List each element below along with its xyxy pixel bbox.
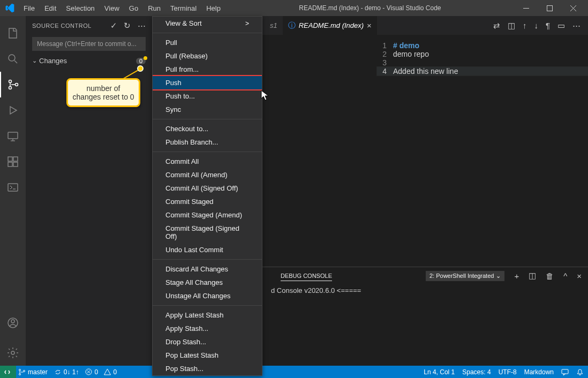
terminal-dropdown[interactable]: 2: PowerShell Integrated ⌄ — [426, 271, 504, 281]
menu-item-pop-latest-stash[interactable]: Pop Latest Stash — [153, 349, 262, 362]
menu-item-undo-last-commit[interactable]: Undo Last Commit — [153, 243, 262, 256]
menu-item-apply-latest-stash[interactable]: Apply Latest Stash — [153, 308, 262, 322]
minimize-button[interactable] — [515, 0, 537, 16]
indent-indicator[interactable]: Spaces: 4 — [462, 368, 491, 376]
remote-explorer-icon[interactable] — [0, 123, 26, 149]
menu-item-publish-branch[interactable]: Publish Branch... — [153, 135, 262, 149]
menu-edit[interactable]: Edit — [40, 2, 61, 14]
close-panel-icon[interactable]: × — [577, 271, 582, 281]
menu-item-unstage-all-changes[interactable]: Unstage All Changes — [153, 289, 262, 303]
problems-indicator[interactable]: 0 0 — [85, 368, 117, 376]
editor-line[interactable]: 3 — [377, 58, 588, 67]
menubar: File Edit Selection View Go Run Terminal… — [19, 2, 225, 14]
menu-item-push-to[interactable]: Push to... — [153, 89, 262, 103]
line-content: demo repo — [393, 50, 588, 58]
language-indicator[interactable]: Markdown — [524, 368, 554, 376]
editor-line[interactable]: 1# demo — [377, 41, 588, 50]
maximize-button[interactable] — [539, 0, 560, 16]
prev-change-icon[interactable]: ↑ — [523, 21, 527, 31]
split-terminal-icon[interactable]: ◫ — [529, 271, 536, 281]
editor-line[interactable]: 4Added this new line — [377, 67, 588, 75]
menu-view[interactable]: View — [100, 2, 124, 14]
feedback-icon[interactable] — [561, 368, 569, 376]
chevron-down-icon: ⌄ — [32, 57, 37, 64]
panel-tab-debug-console[interactable]: DEBUG CONSOLE — [281, 271, 332, 281]
menu-item-checkout-to[interactable]: Checkout to... — [153, 122, 262, 135]
menu-item-discard-all-changes[interactable]: Discard All Changes — [153, 262, 262, 276]
menu-item-stash[interactable]: Stash — [153, 375, 262, 376]
menu-item-sync[interactable]: Sync — [153, 103, 262, 116]
menu-item-commit-all-amend[interactable]: Commit All (Amend) — [153, 168, 262, 182]
editor-content[interactable]: 1# demo2demo repo34Added this new line — [377, 35, 588, 267]
extensions-icon[interactable] — [0, 149, 26, 175]
menu-item-view-sort[interactable]: View & Sort> — [153, 17, 262, 30]
maximize-panel-icon[interactable]: ^ — [563, 271, 567, 281]
menu-item-commit-all[interactable]: Commit All — [153, 155, 262, 168]
menu-run[interactable]: Run — [144, 2, 165, 14]
notifications-icon[interactable] — [576, 368, 584, 376]
commit-message-input[interactable]: Message (Ctrl+Enter to commit o... — [32, 37, 146, 51]
menu-item-pull[interactable]: Pull — [153, 36, 262, 49]
svg-rect-9 — [13, 162, 18, 167]
sidebar-title: SOURCE CONTROL — [32, 22, 110, 29]
cursor-position[interactable]: Ln 4, Col 1 — [424, 368, 455, 376]
next-change-icon[interactable]: ↓ — [534, 21, 538, 31]
menu-item-pull-rebase[interactable]: Pull (Rebase) — [153, 49, 262, 63]
source-control-icon[interactable] — [0, 72, 26, 97]
menu-file[interactable]: File — [19, 2, 39, 14]
branch-indicator[interactable]: master — [18, 368, 48, 376]
encoding-indicator[interactable]: UTF-8 — [499, 368, 517, 376]
line-content: Added this new line — [393, 67, 588, 75]
sync-indicator[interactable]: 0↓ 1↑ — [54, 368, 79, 376]
menu-go[interactable]: Go — [125, 2, 142, 14]
refresh-icon[interactable]: ↻ — [124, 21, 131, 31]
menu-terminal[interactable]: Terminal — [166, 2, 201, 14]
powershell-icon[interactable] — [0, 175, 26, 200]
menu-help[interactable]: Help — [202, 2, 225, 14]
window-title: README.md (Index) - demo - Visual Studio… — [225, 4, 515, 12]
open-changes-icon[interactable]: ⇄ — [493, 21, 500, 31]
run-debug-icon[interactable] — [0, 97, 26, 123]
svg-point-17 — [24, 370, 25, 372]
close-icon[interactable]: × — [367, 21, 372, 30]
layout-icon[interactable]: ▭ — [557, 21, 565, 31]
changes-section[interactable]: ⌄ Changes 0 — [26, 55, 152, 66]
menu-item-commit-staged-amend[interactable]: Commit Staged (Amend) — [153, 208, 262, 222]
svg-point-4 — [9, 87, 12, 89]
settings-gear-icon[interactable] — [0, 340, 26, 366]
remote-indicator[interactable] — [0, 366, 16, 378]
menu-item-stage-all-changes[interactable]: Stage All Changes — [153, 276, 262, 289]
tab-label: README.md (Index) — [299, 21, 364, 29]
new-terminal-icon[interactable]: + — [514, 271, 519, 281]
editor-more-icon[interactable]: ⋯ — [572, 21, 581, 31]
whitespace-icon[interactable]: ¶ — [546, 21, 550, 31]
close-button[interactable] — [562, 0, 584, 16]
menu-item-drop-stash[interactable]: Drop Stash... — [153, 335, 262, 349]
changes-count-badge: 0 — [136, 58, 146, 64]
svg-rect-10 — [13, 157, 18, 161]
svg-rect-0 — [523, 8, 529, 9]
line-number: 3 — [377, 58, 393, 67]
menu-item-pull-from[interactable]: Pull from... — [153, 63, 262, 76]
menu-selection[interactable]: Selection — [62, 2, 99, 14]
explorer-icon[interactable] — [0, 20, 26, 46]
split-editor-icon[interactable]: ◫ — [508, 21, 515, 31]
kill-terminal-icon[interactable]: 🗑 — [546, 271, 554, 281]
svg-point-15 — [19, 369, 21, 371]
menu-item-pop-stash[interactable]: Pop Stash... — [153, 362, 262, 375]
menu-item-push[interactable]: Push — [152, 75, 262, 90]
menu-item-commit-staged[interactable]: Commit Staged — [153, 195, 262, 208]
more-actions-icon[interactable]: ⋯ — [138, 21, 146, 31]
editor-line[interactable]: 2demo repo — [377, 50, 588, 58]
tab-readme-index[interactable]: ⓘ README.md (Index) × — [283, 16, 377, 35]
menu-item-commit-staged-signed-off[interactable]: Commit Staged (Signed Off) — [153, 222, 262, 243]
menu-item-apply-stash[interactable]: Apply Stash... — [153, 322, 262, 335]
accounts-icon[interactable] — [0, 310, 26, 336]
search-icon[interactable] — [0, 46, 26, 72]
menu-item-commit-all-signed-off[interactable]: Commit All (Signed Off) — [153, 182, 262, 195]
svg-point-14 — [11, 351, 14, 354]
svg-point-2 — [9, 55, 15, 61]
commit-check-icon[interactable]: ✓ — [110, 21, 118, 31]
annotation-callout: number of changes reset to 0 — [66, 78, 140, 107]
scm-context-menu: View & Sort>PullPull (Rebase)Pull from..… — [152, 16, 262, 376]
